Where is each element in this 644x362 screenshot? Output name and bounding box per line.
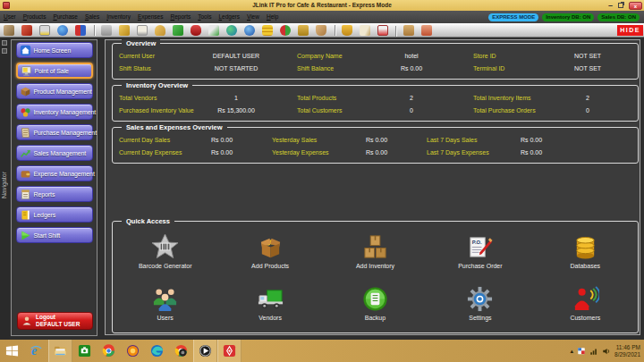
media-icon[interactable] (377, 25, 388, 36)
menu-item[interactable]: Inventory (103, 11, 134, 23)
field-value: Rs 0.00 (521, 136, 542, 145)
logout-button[interactable]: Logout DEFAULT USER (17, 312, 93, 330)
menu-item[interactable]: Expenses (134, 11, 167, 23)
chrome-icon[interactable] (97, 340, 121, 362)
field-value: 1 (234, 94, 238, 103)
expense-icon[interactable] (191, 25, 201, 36)
logout-label: Logout (36, 314, 80, 321)
field-label: Total Customers (297, 106, 343, 115)
quick-access-grid: Barcode Generator Add Products Add Inven… (113, 231, 638, 334)
express-mode-badge[interactable]: EXPRESS MODE (488, 13, 538, 21)
field-value: Rs 0.00 (366, 148, 387, 157)
menu-item[interactable]: View (243, 11, 263, 23)
file-explorer-icon[interactable] (48, 340, 72, 362)
field-label: Last 7 Days Sales (427, 136, 477, 145)
start-button-icon[interactable] (0, 340, 24, 362)
sidebar-button[interactable]: Ledgers (16, 206, 93, 223)
hide-toolbar-button[interactable]: HIDE (617, 25, 643, 36)
internet-explorer-icon[interactable] (24, 340, 48, 362)
sidebar-button[interactable]: Home Screen (16, 42, 93, 58)
globe-blue-icon[interactable] (244, 25, 255, 36)
navigation-sidebar: Home Screen Point of Sale Product Manage… (11, 39, 97, 336)
quick-access-item[interactable]: Databases (533, 231, 638, 282)
receipt-icon[interactable] (360, 25, 370, 36)
logout-door-icon[interactable] (21, 25, 32, 36)
field-label: Total Inventory Items (473, 94, 531, 103)
field-value: NOT STARTED (215, 64, 258, 73)
sidebar-button[interactable]: Point of Sale (16, 63, 93, 79)
sidebar-button[interactable]: Product Management (16, 83, 93, 99)
package-icon[interactable] (403, 25, 414, 36)
sidebar-button[interactable]: Sales Management (16, 145, 93, 161)
red-app-icon[interactable] (217, 340, 242, 362)
volume-icon[interactable] (602, 347, 611, 356)
users-group-icon[interactable] (155, 25, 165, 36)
action-center-icon[interactable] (577, 347, 586, 356)
quick-access-title: Quick Access (122, 217, 174, 226)
pos-terminal-icon[interactable] (39, 25, 50, 36)
edge-icon[interactable] (145, 340, 169, 362)
sitemap-icon[interactable] (298, 25, 309, 36)
quick-access-item[interactable]: Vendors (217, 282, 322, 334)
quick-access-item[interactable]: Purchase Order (428, 231, 532, 282)
menu-item[interactable]: Reports (166, 11, 194, 23)
delivery-icon[interactable] (421, 25, 432, 36)
minimize-button[interactable]: – (608, 3, 613, 9)
menu-item[interactable]: Purchase (49, 11, 80, 23)
taskbar-clock[interactable]: 11:46 PM 8/29/2021 (614, 344, 642, 358)
sidebar-button[interactable]: Start Shift (16, 227, 93, 243)
coins-icon[interactable] (262, 25, 273, 36)
quick-access-item[interactable]: Customers (533, 282, 638, 334)
network-icon[interactable] (589, 347, 598, 356)
sidebar-button[interactable]: Expense Management (16, 165, 93, 181)
firefox-icon[interactable] (121, 340, 145, 362)
navigator-label: Navigator (1, 172, 7, 198)
menu-item[interactable]: Sales (81, 11, 103, 23)
calendar-icon[interactable] (137, 25, 148, 36)
field-value: Rs 0.00 (521, 148, 542, 157)
menu-item[interactable]: Ledgers (215, 11, 243, 23)
sidebar-button[interactable]: Reports (16, 186, 93, 202)
user-icon (21, 316, 32, 326)
purchase-cart-icon[interactable] (173, 25, 183, 36)
overview-title: Overview (122, 39, 160, 48)
home-icon[interactable] (57, 25, 68, 36)
menu-item[interactable]: Products (20, 11, 50, 23)
quick-access-item[interactable]: Add Products (217, 231, 322, 282)
field-label: Total Vendors (119, 94, 157, 103)
taskbar: ▴ 11:46 PM 8/29/2021 (0, 340, 644, 362)
menu-item[interactable]: User (0, 11, 20, 23)
user-icon[interactable] (101, 25, 112, 36)
security-key-icon[interactable] (119, 25, 130, 36)
system-tray: ▴ 11:46 PM 8/29/2021 (571, 340, 642, 362)
media-player-icon[interactable] (193, 340, 217, 362)
sidebar-button[interactable]: Inventory Management (16, 104, 93, 120)
bag-icon[interactable] (342, 25, 352, 36)
quick-access-item[interactable]: Add Inventory (323, 231, 428, 282)
basket-icon[interactable] (316, 25, 326, 36)
sync-icon[interactable] (75, 25, 86, 36)
sales-db-status-badge: Sales DB: ON (597, 13, 640, 21)
field-value: DEFAULT USER (213, 52, 259, 61)
clock-time: 11:46 PM (614, 344, 640, 351)
menu-item[interactable]: Tools (194, 11, 215, 23)
field-label: Purchased Inventory Value (119, 106, 194, 115)
quick-access-item[interactable]: Users (113, 282, 217, 334)
restore-button[interactable] (618, 3, 623, 8)
quick-access-item[interactable]: Barcode Generator (113, 231, 217, 282)
sales-chart-icon[interactable] (208, 25, 219, 36)
quick-access-item[interactable]: Backup (323, 282, 428, 334)
globe-green-icon[interactable] (226, 25, 237, 36)
menu-item[interactable]: Help (263, 11, 282, 23)
dock-icon[interactable] (2, 48, 7, 54)
exit-icon[interactable] (4, 25, 14, 36)
green-app-icon[interactable] (72, 340, 97, 362)
field-value: hotel (404, 52, 418, 61)
chrome-profile-icon[interactable] (169, 340, 193, 362)
quick-access-item[interactable]: Settings (428, 282, 532, 334)
sidebar-button[interactable]: Purchase Management (16, 124, 93, 140)
close-button[interactable]: x (629, 2, 642, 10)
products-icon[interactable] (280, 25, 291, 36)
tray-expand-icon[interactable]: ▴ (571, 348, 574, 355)
pin-icon[interactable] (2, 40, 7, 46)
